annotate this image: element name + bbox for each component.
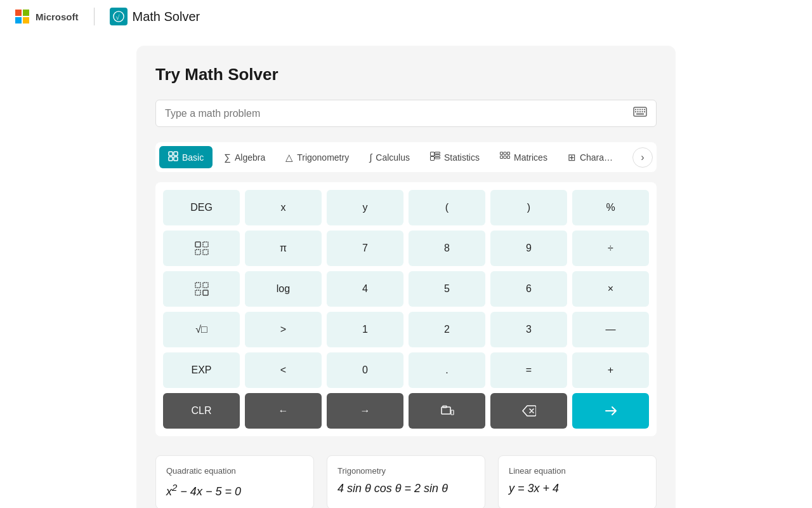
btn-8[interactable]: 8 [409,231,485,266]
btn-exp[interactable]: EXP [163,352,240,388]
tab-matrices[interactable]: Matrices [491,147,556,168]
btn-dot[interactable]: . [409,352,485,388]
calc-row-2: π 7 8 9 ÷ [163,231,649,266]
examples-row: Quadratic equation x2 − 4x − 5 = 0 Trigo… [155,455,657,508]
btn-4[interactable]: 4 [327,271,403,307]
example-quadratic-label: Quadratic equation [166,466,303,476]
btn-equals[interactable]: = [490,352,567,388]
svg-rect-22 [435,157,440,159]
tab-trigonometry[interactable]: △ Trigonometry [277,147,358,168]
btn-open-paren[interactable]: ( [409,190,485,225]
btn-divide[interactable]: ÷ [572,231,649,266]
svg-rect-24 [504,152,506,155]
btn-3[interactable]: 3 [490,312,567,347]
calculator-panel: DEG x y ( ) % π 7 8 9 ÷ log 4 5 6 [155,182,657,436]
btn-percent[interactable]: % [572,190,649,225]
ms-logo-green [23,10,29,16]
btn-7[interactable]: 7 [327,231,403,266]
microsoft-text: Microsoft [36,11,79,22]
btn-clr[interactable]: CLR [163,393,240,429]
btn-backspace[interactable] [490,393,567,429]
btn-close-paren[interactable]: ) [490,190,567,225]
microsoft-logo-group: Microsoft [15,10,79,23]
stats-icon [430,152,440,163]
ms-logo-blue [15,17,22,23]
btn-pi[interactable]: π [245,231,322,266]
btn-y[interactable]: y [327,190,403,225]
calc-row-3: log 4 5 6 × [163,271,649,307]
svg-rect-27 [504,156,506,159]
example-quadratic[interactable]: Quadratic equation x2 − 4x − 5 = 0 [155,455,314,508]
app-branding: √ Math Solver [110,8,200,25]
keyboard-icon[interactable] [633,107,647,120]
example-quadratic-formula: x2 − 4x − 5 = 0 [166,482,303,498]
btn-left-arrow[interactable]: ← [245,393,322,429]
tabs-bar: Basic ∑ Algebra △ Trigonometry ∫ Calculu… [155,142,657,172]
svg-rect-7 [644,109,645,110]
svg-rect-5 [639,109,641,110]
btn-multiply[interactable]: × [572,271,649,307]
svg-rect-20 [435,152,440,154]
btn-2[interactable]: 2 [409,312,485,347]
svg-rect-4 [638,109,639,110]
tab-matrices-label: Matrices [514,152,547,163]
tab-calculus[interactable]: ∫ Calculus [360,147,419,168]
btn-log[interactable]: log [245,271,322,307]
svg-rect-33 [195,283,200,288]
tab-char-label: Chara… [580,152,613,163]
svg-rect-19 [430,157,434,161]
btn-grid1[interactable] [163,231,240,266]
btn-less[interactable]: < [245,352,322,388]
svg-rect-18 [430,152,434,156]
svg-rect-36 [203,290,208,295]
svg-rect-14 [169,152,173,156]
btn-0[interactable]: 0 [327,352,403,388]
svg-rect-35 [195,290,200,295]
btn-sqrt[interactable]: √□ [163,312,240,347]
btn-6[interactable]: 6 [490,271,567,307]
example-trigonometry[interactable]: Trigonometry 4 sin θ cos θ = 2 sin θ [327,455,485,508]
search-box [155,100,657,127]
btn-deg[interactable]: DEG [163,190,240,225]
trig-icon: △ [285,152,293,163]
example-trig-label: Trigonometry [337,466,475,476]
math-input[interactable] [165,108,633,119]
svg-rect-10 [639,111,641,112]
tab-characters[interactable]: ⊞ Chara… [559,147,622,168]
tab-statistics-label: Statistics [444,152,480,163]
btn-greater[interactable]: > [245,312,322,347]
btn-grid2[interactable] [163,271,240,307]
app-icon: √ [110,8,128,25]
btn-minus[interactable]: — [572,312,649,347]
tab-basic-label: Basic [182,152,204,163]
btn-submit[interactable] [572,393,649,429]
tab-statistics[interactable]: Statistics [421,147,488,168]
example-linear-label: Linear equation [509,466,646,476]
btn-screenshot[interactable] [409,393,485,429]
page-title: Try Math Solver [155,65,657,84]
tab-algebra[interactable]: ∑ Algebra [215,147,274,168]
tab-algebra-label: Algebra [235,152,265,163]
calc-row-4: √□ > 1 2 3 — [163,312,649,347]
main-container: Try Math Solver [136,46,676,508]
btn-1[interactable]: 1 [327,312,403,347]
btn-right-arrow[interactable]: → [327,393,403,429]
calc-action-row: CLR ← → [163,393,649,429]
tab-basic[interactable]: Basic [159,146,213,168]
svg-rect-8 [635,111,636,112]
tab-calculus-label: Calculus [376,152,410,163]
svg-rect-17 [174,157,178,161]
tab-trig-label: Trigonometry [297,152,349,163]
example-linear[interactable]: Linear equation y = 3x + 4 [498,455,657,508]
header-divider [94,8,95,25]
btn-x[interactable]: x [245,190,322,225]
btn-9[interactable]: 9 [490,231,567,266]
svg-text:√: √ [115,13,119,21]
tab-next-button[interactable]: › [632,147,653,168]
svg-rect-25 [507,152,509,155]
svg-rect-34 [203,283,208,288]
svg-rect-31 [195,250,200,255]
svg-rect-9 [638,111,639,112]
btn-5[interactable]: 5 [409,271,485,307]
btn-plus[interactable]: + [572,352,649,388]
